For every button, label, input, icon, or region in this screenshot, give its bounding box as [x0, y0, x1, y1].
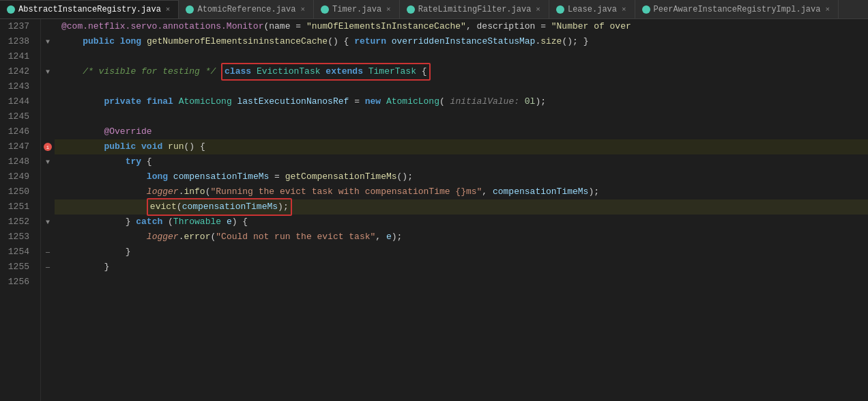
- tab-icon-ratelimiting: [407, 5, 415, 14]
- code-1252-end: ) {: [232, 215, 248, 230]
- code-area[interactable]: @com.netflix.servo.annotations.Monitor(n…: [55, 19, 868, 401]
- code-1247-void: void: [141, 139, 162, 154]
- code-1249-long: long: [147, 169, 168, 184]
- code-line-1253: logger.error("Could not run the evict ta…: [55, 230, 868, 245]
- code-1244-sp4: =: [349, 94, 364, 109]
- code-1251-redbox: evict(compensationTimeMs);: [147, 198, 292, 216]
- code-line-1251: evict(compensationTimeMs);: [55, 199, 868, 215]
- code-1244-end: );: [535, 94, 546, 109]
- gutter-1249: [41, 169, 55, 184]
- code-1244-field: lastExecutionNanosRef: [237, 94, 349, 109]
- code-1238-sp1: [115, 34, 120, 49]
- code-1238-spaces: [61, 34, 83, 49]
- tab-close-peeraware[interactable]: ×: [824, 5, 831, 14]
- code-1244-sp6: [519, 94, 525, 109]
- code-1242-timertask: TimerTask: [368, 66, 416, 77]
- tab-icon-lease: [556, 5, 564, 14]
- code-1237-descval: "Number of over: [551, 19, 631, 34]
- tab-label-atomic: AtomicReference.java: [197, 5, 295, 14]
- gutter-1241: [41, 49, 55, 64]
- fold-icon-1248[interactable]: ▼: [46, 158, 50, 166]
- code-1248-brace: {: [141, 154, 152, 169]
- code-1247-indent: [61, 139, 104, 154]
- linenum-1243: 1243: [0, 79, 35, 94]
- gutter-1252[interactable]: ▼: [41, 215, 55, 230]
- code-1253-logger: logger: [147, 230, 179, 245]
- code-1249-indent: [61, 169, 147, 184]
- code-1242-sp4: [363, 66, 368, 77]
- code-1250-paren: (: [205, 184, 211, 199]
- code-line-1244: private final AtomicLong lastExecutionNa…: [55, 94, 868, 109]
- gutter-1248[interactable]: ▼: [41, 154, 55, 169]
- linenum-1245: 1245: [0, 109, 35, 124]
- gutter-1245: [41, 109, 55, 124]
- fold-icon-1252[interactable]: ▼: [46, 219, 50, 226]
- fold-icon-1255[interactable]: —: [46, 264, 50, 271]
- code-1244-zero: 0l: [525, 94, 536, 109]
- code-1237-desc: , description =: [466, 19, 551, 34]
- gutter-1243: [41, 79, 55, 94]
- tab-ratelimiting[interactable]: RateLimitingFilter.java ×: [400, 0, 549, 18]
- code-1242-class: class: [225, 66, 251, 77]
- linenum-1237: 1237: [0, 19, 35, 34]
- code-1251-paren: (: [177, 202, 182, 212]
- code-1238-size: size: [540, 34, 562, 49]
- code-line-1242: /* visible for testing */ class Eviction…: [55, 64, 868, 79]
- tab-icon-atomic: [186, 5, 194, 14]
- code-line-1247: public void run() {: [55, 139, 868, 154]
- code-line-1245: [55, 109, 868, 124]
- gutter-1238[interactable]: ▼: [41, 34, 55, 49]
- code-1254-brace: }: [126, 245, 131, 260]
- code-line-1246: @Override: [55, 124, 868, 139]
- code-1252-throwable: Throwable: [173, 215, 221, 230]
- fold-icon-1254[interactable]: —: [46, 249, 50, 256]
- linenum-1252: 1252: [0, 215, 35, 230]
- code-1244-final: final: [147, 94, 173, 109]
- tab-timer[interactable]: Timer.java ×: [314, 0, 400, 18]
- code-1249-method: getCompensationTimeMs: [285, 169, 397, 184]
- tab-lease[interactable]: Lease.java ×: [549, 0, 635, 18]
- tab-close-ratelimiting[interactable]: ×: [534, 5, 542, 14]
- code-1253-end: );: [392, 230, 403, 245]
- code-1242-extends: extends: [326, 66, 363, 77]
- code-1246-override: @Override: [104, 124, 151, 139]
- gutter-1246: [41, 124, 55, 139]
- code-line-1248: try {: [55, 154, 868, 169]
- linenum-1246: 1246: [0, 124, 35, 139]
- tab-close-atomic[interactable]: ×: [299, 5, 306, 14]
- linenum-1251: 1251: [0, 199, 35, 215]
- linenum-1238: 1238: [0, 34, 35, 49]
- tab-label-lease: Lease.java: [568, 5, 617, 14]
- fold-icon-1242[interactable]: ▼: [46, 68, 50, 76]
- code-1238-dot: .: [535, 34, 540, 49]
- gutter-1254[interactable]: —: [41, 245, 55, 260]
- code-1247-run: run: [168, 139, 184, 154]
- code-1251-evict: evict: [150, 202, 177, 212]
- tab-abstract[interactable]: AbstractInstanceRegistry.java ×: [0, 0, 179, 18]
- gutter-1242[interactable]: ▼: [41, 64, 55, 79]
- gutter-1256: [41, 275, 55, 290]
- fold-icon-1238[interactable]: ▼: [46, 38, 50, 46]
- code-1242-sp2: [251, 66, 257, 77]
- code-1251-param: compensationTimeMs: [182, 202, 278, 212]
- breakpoint-icon-1247[interactable]: i: [44, 143, 52, 151]
- code-1247-parens: () {: [184, 139, 205, 154]
- code-line-1243: [55, 79, 868, 94]
- tab-atomic[interactable]: AtomicReference.java ×: [179, 0, 314, 18]
- tab-close-timer[interactable]: ×: [385, 5, 392, 14]
- code-1255-brace: }: [104, 260, 109, 275]
- code-1250-indent: [61, 184, 147, 199]
- gutter-1255[interactable]: —: [41, 260, 55, 275]
- code-1238-public: public: [83, 34, 115, 49]
- tab-peeraware[interactable]: PeerAwareInstanceRegistryImpl.java ×: [635, 0, 839, 18]
- code-line-1237: @com.netflix.servo.annotations.Monitor(n…: [55, 19, 868, 34]
- gutter: ▼ ▼ i ▼ ▼ — —: [41, 19, 55, 401]
- code-1238-long: long: [120, 34, 141, 49]
- code-1253-paren: (: [210, 230, 216, 245]
- code-1238-method: getNumberofElementsininstanceCache: [147, 34, 328, 49]
- linenum-1250: 1250: [0, 184, 35, 199]
- tab-close-lease[interactable]: ×: [620, 5, 628, 14]
- tab-close-abstract[interactable]: ×: [164, 5, 172, 14]
- gutter-1247[interactable]: i: [41, 139, 55, 154]
- code-monitor-name: Monitor: [227, 19, 264, 34]
